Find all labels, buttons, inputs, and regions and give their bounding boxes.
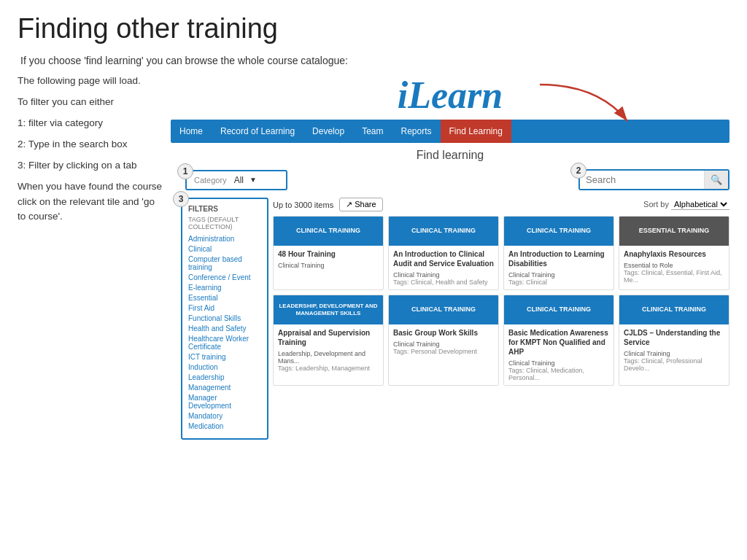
filter-functional-skills[interactable]: Functional Skills [188, 314, 261, 322]
filter-elearning[interactable]: E-learning [188, 284, 261, 292]
tile-name-2: An Introduction to Clinical Audit and Se… [393, 249, 494, 268]
tile-tags-6: Tags: Personal Development [393, 348, 494, 355]
course-tile-1[interactable]: CLINICAL TRAINING 48 Hour Training Clini… [273, 216, 384, 290]
filter-desc-1: 1: filter via category [18, 116, 165, 131]
nav-team[interactable]: Team [353, 120, 392, 143]
tile-header-1: CLINICAL TRAINING [274, 217, 383, 246]
tile-name-1: 48 Hour Training [278, 249, 379, 259]
search-input[interactable] [580, 171, 704, 189]
intro-text: If you choose 'find learning' you can br… [20, 55, 729, 66]
filters-title: FILTERS [188, 205, 261, 213]
share-button[interactable]: ↗ Share [339, 198, 382, 211]
category-filter[interactable]: 1 Category All ▼ [185, 170, 287, 190]
tile-cat-6: Clinical Training [393, 341, 494, 348]
filter-management[interactable]: Management [188, 384, 261, 392]
tile-cat-1: Clinical Training [278, 262, 379, 269]
find-learning-title: Find learning [171, 149, 729, 162]
tile-header-2: CLINICAL TRAINING [389, 217, 498, 246]
filter-induction[interactable]: Induction [188, 363, 261, 371]
filter-first-aid[interactable]: First Aid [188, 304, 261, 312]
filter-conference[interactable]: Conference / Event [188, 273, 261, 281]
course-tile-2[interactable]: CLINICAL TRAINING An Introduction to Cli… [388, 216, 499, 290]
search-button[interactable]: 🔍 [704, 171, 728, 189]
tile-tags-5: Tags: Leadership, Management [278, 365, 379, 372]
tile-name-3: An Introduction to Learning Disabilities [508, 249, 609, 268]
body-text-2: To filter you can either [18, 95, 165, 110]
tile-header-7: CLINICAL TRAINING [504, 295, 614, 324]
sort-select[interactable]: Alphabetical [671, 199, 729, 210]
course-tile-7[interactable]: CLINICAL TRAINING Basic Medication Aware… [503, 295, 614, 386]
tile-cat-8: Clinical Training [624, 350, 724, 357]
nav-record[interactable]: Record of Learning [212, 120, 303, 143]
filter-clinical[interactable]: Clinical [188, 245, 261, 253]
body-text-3: When you have found the course click on … [18, 179, 165, 225]
nav-reports[interactable]: Reports [392, 120, 440, 143]
filter-ict[interactable]: ICT training [188, 353, 261, 361]
courses-area: Up to 3000 items ↗ Share Sort by Alphabe… [273, 198, 729, 440]
filter-desc-3: 3: Filter by clicking on a tab [18, 158, 165, 174]
items-count: Up to 3000 items [273, 201, 333, 209]
nav-home[interactable]: Home [171, 120, 212, 143]
course-tile-4[interactable]: ESSENTIAL TRAINING Anaphylaxis Resources… [619, 216, 729, 290]
tile-cat-3: Clinical Training [508, 271, 609, 279]
filters-subtitle: TAGS (DEFAULT COLLECTION) [188, 216, 261, 230]
category-label: Category [194, 176, 227, 184]
tile-tags-4: Tags: Clinical, Essential, First Aid, Me… [624, 269, 724, 284]
course-tile-5[interactable]: LEADERSHIP, DEVELOPMENT AND MANAGEMENT S… [273, 295, 384, 386]
search-box-container[interactable]: 2 🔍 [578, 169, 729, 190]
filter-health-safety[interactable]: Health and Safety [188, 324, 261, 332]
course-grid: CLINICAL TRAINING 48 Hour Training Clini… [273, 216, 729, 386]
tile-tags-7: Tags: Clinical, Medication, Personal... [508, 367, 609, 381]
tile-name-5: Appraisal and Supervision Training [278, 328, 379, 347]
tile-cat-2: Clinical Training [393, 271, 494, 279]
tile-tags-2: Tags: Clinical, Health and Safety [393, 279, 494, 286]
tile-name-8: CJLDS – Understanding the Service [624, 328, 724, 347]
tile-cat-4: Essential to Role [624, 262, 724, 269]
tile-header-3: CLINICAL TRAINING [504, 217, 614, 246]
category-value: All [234, 175, 244, 185]
nav-find-learning[interactable]: Find Learning [441, 120, 511, 143]
filter-number-3: 3 [173, 191, 189, 207]
tile-name-6: Basic Group Work Skills [393, 328, 494, 338]
tile-header-4: ESSENTIAL TRAINING [619, 217, 729, 246]
ilearn-logo-learn: Learn [408, 74, 503, 116]
find-learning-section: Find learning 1 Category All ▼ 2 [171, 149, 729, 440]
ilearn-logo-i: i [398, 74, 408, 116]
filters-panel: 3 FILTERS TAGS (DEFAULT COLLECTION) Admi… [181, 198, 268, 440]
filter-leadership[interactable]: Leadership [188, 373, 261, 381]
filter-mandatory[interactable]: Mandatory [188, 412, 261, 420]
tile-cat-5: Leadership, Development and Mans... [278, 350, 379, 365]
course-tile-8[interactable]: CLINICAL TRAINING CJLDS – Understanding … [619, 295, 729, 386]
filter-desc-2: 2: Type in the search box [18, 137, 165, 152]
filter-computer-based[interactable]: Computer based training [188, 255, 261, 271]
ilearn-logo: iLearn [171, 74, 729, 117]
sort-label: Sort by [643, 200, 669, 209]
tile-name-7: Basic Medication Awareness for KMPT Non … [508, 328, 609, 357]
tile-header-8: CLINICAL TRAINING [619, 295, 729, 324]
ilearn-nav: Home Record of Learning Develop Team Rep… [171, 120, 729, 143]
tile-name-4: Anaphylaxis Resources [624, 249, 724, 259]
tile-tags-8: Tags: Clinical, Professional Develo... [624, 357, 724, 372]
tile-cat-7: Clinical Training [508, 359, 609, 367]
filter-number-1: 1 [177, 163, 193, 179]
nav-develop[interactable]: Develop [303, 120, 353, 143]
course-tile-6[interactable]: CLINICAL TRAINING Basic Group Work Skill… [388, 295, 499, 386]
page-title: Finding other training [18, 13, 729, 44]
search-number-2: 2 [570, 163, 587, 179]
tile-header-6: CLINICAL TRAINING [389, 295, 498, 324]
tile-tags-3: Tags: Clinical [508, 279, 609, 286]
category-arrow: ▼ [249, 176, 257, 184]
filter-essential[interactable]: Essential [188, 294, 261, 302]
filter-administration[interactable]: Administration [188, 235, 261, 243]
course-tile-3[interactable]: CLINICAL TRAINING An Introduction to Lea… [503, 216, 614, 290]
filter-manager-dev[interactable]: Manager Development [188, 394, 261, 410]
tile-header-5: LEADERSHIP, DEVELOPMENT AND MANAGEMENT S… [274, 295, 383, 324]
body-text-1: The following page will load. [18, 74, 165, 89]
filter-medication[interactable]: Medication [188, 422, 261, 430]
filter-healthcare-worker[interactable]: Healthcare Worker Certificate [188, 335, 261, 351]
